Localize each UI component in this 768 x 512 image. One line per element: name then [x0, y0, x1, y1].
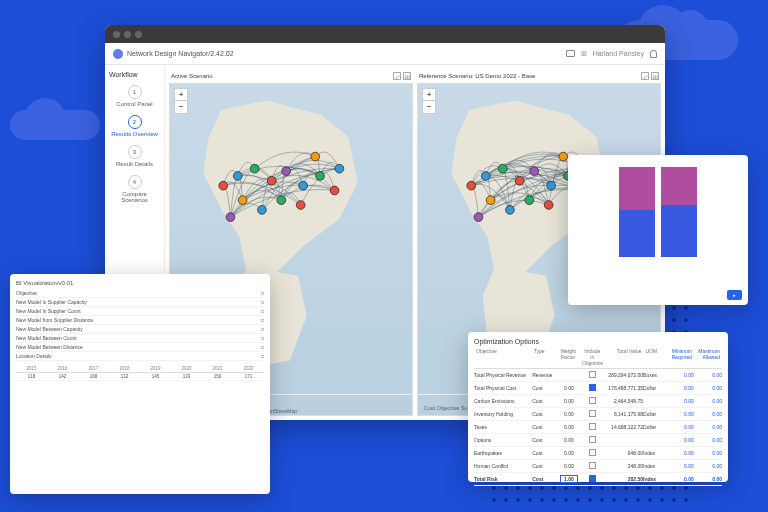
user-name[interactable]: Harland Pansley [593, 50, 644, 57]
svg-point-17 [498, 164, 507, 173]
svg-point-4 [282, 167, 291, 176]
titlebar [105, 25, 665, 43]
chart-panel: ▸ [568, 155, 748, 305]
opt-row: EarthquakesCost0.00648.00Index0.000.00 [474, 447, 722, 460]
opt-header-row: Objective Type Weight Factor Include in … [474, 348, 722, 369]
app-header: Network Design Navigator/2.42.02 ⊞ Harla… [105, 43, 665, 65]
include-checkbox[interactable] [589, 475, 596, 482]
svg-point-16 [481, 172, 490, 181]
sidebar-title: Workflow [109, 71, 160, 78]
svg-point-8 [238, 196, 247, 205]
window-dot[interactable] [113, 31, 120, 38]
bi-panel: BI Visualization/v0.01 Objective□New Mod… [10, 274, 270, 494]
svg-point-27 [474, 213, 483, 222]
stacked-bar-chart [613, 167, 703, 257]
svg-point-28 [559, 152, 568, 161]
include-checkbox[interactable] [589, 410, 596, 417]
svg-point-23 [486, 196, 495, 205]
bi-list-item[interactable]: Location Details□ [16, 352, 264, 361]
svg-point-11 [296, 201, 305, 210]
grid-icon[interactable]: ⊞ [581, 50, 587, 58]
opt-row: Human ConflictCost0.00248.00Index0.000.0… [474, 460, 722, 473]
opt-row: TaxesCost0.0014,688,122.72Dollar0.000.00 [474, 421, 722, 434]
svg-point-2 [250, 164, 259, 173]
app-logo-icon [113, 49, 123, 59]
opt-row: Total Physical RevenueRevenue289,294,672… [474, 369, 722, 382]
zoom-control: + − [174, 88, 188, 114]
include-checkbox[interactable] [589, 384, 596, 391]
include-checkbox[interactable] [589, 436, 596, 443]
sidebar-item-control-panel[interactable]: 1Control Panel [109, 82, 160, 110]
opt-row: Total RiskCost1.00282.50Index0.000.00 [474, 473, 722, 486]
window-dot[interactable] [135, 31, 142, 38]
bi-list-item[interactable]: Objective□ [16, 289, 264, 298]
include-checkbox[interactable] [589, 397, 596, 404]
map-title-right: Reference Scenario: US Demo 2022 - Base [419, 73, 535, 79]
bi-list-item[interactable]: New Model Between Count□ [16, 334, 264, 343]
svg-point-9 [258, 205, 267, 214]
svg-point-3 [267, 176, 276, 185]
opt-row: Inventory HoldingCost0.008,141,175.98Dol… [474, 408, 722, 421]
grid-icon[interactable]: ⊞ [403, 72, 411, 80]
map-title-left: Active Scenario [171, 73, 213, 79]
svg-point-10 [277, 196, 286, 205]
svg-point-24 [506, 205, 515, 214]
sidebar-item-result-details[interactable]: 3Result Details [109, 142, 160, 170]
svg-point-13 [311, 152, 320, 161]
opt-row: Carbon EmissionsCost0.002,464,548.750.00… [474, 395, 722, 408]
opt-row: Total Physical CostCost0.00178,488,771.3… [474, 382, 722, 395]
svg-point-26 [544, 201, 553, 210]
expand-icon[interactable]: ⤢ [641, 72, 649, 80]
svg-point-19 [530, 167, 539, 176]
sidebar-item-results-overview[interactable]: 2Results Overview [109, 112, 160, 140]
svg-point-15 [467, 181, 476, 190]
zoom-in-button[interactable]: + [423, 89, 435, 101]
grid-icon[interactable]: ⊞ [651, 72, 659, 80]
bi-list-item[interactable]: New Model Is Supplier Capacity□ [16, 298, 264, 307]
opt-row: OptionsCost0.000.000.00 [474, 434, 722, 447]
svg-point-20 [547, 181, 556, 190]
bi-list-item[interactable]: New Model from Supplier Distance□ [16, 316, 264, 325]
svg-point-6 [316, 172, 325, 181]
svg-point-1 [233, 172, 242, 181]
include-checkbox[interactable] [589, 423, 596, 430]
bell-icon[interactable] [650, 50, 657, 58]
sidebar-item-compare-scenarios[interactable]: 4Compare Scenarios [109, 172, 160, 206]
svg-point-12 [226, 213, 235, 222]
svg-point-5 [299, 181, 308, 190]
svg-point-18 [515, 176, 524, 185]
app-title: Network Design Navigator/2.42.02 [127, 50, 234, 57]
zoom-control: + − [422, 88, 436, 114]
optimization-panel: Optimization Options Objective Type Weig… [468, 332, 728, 482]
include-checkbox[interactable] [589, 371, 596, 378]
chart-action-button[interactable]: ▸ [727, 290, 742, 300]
include-checkbox[interactable] [589, 462, 596, 469]
window-dot[interactable] [124, 31, 131, 38]
expand-icon[interactable]: ⤢ [393, 72, 401, 80]
svg-point-7 [330, 186, 339, 195]
svg-point-25 [525, 196, 534, 205]
zoom-in-button[interactable]: + [175, 89, 187, 101]
svg-point-0 [219, 181, 228, 190]
svg-point-14 [335, 164, 344, 173]
zoom-out-button[interactable]: − [423, 101, 435, 113]
zoom-out-button[interactable]: − [175, 101, 187, 113]
camera-icon[interactable] [566, 50, 575, 57]
bi-list-item[interactable]: New Model Is Supplier Count□ [16, 307, 264, 316]
bi-list-item[interactable]: New Model Between Capacity□ [16, 325, 264, 334]
bi-title: BI Visualization/v0.01 [16, 280, 264, 286]
opt-title: Optimization Options [474, 338, 722, 345]
include-checkbox[interactable] [589, 449, 596, 456]
bi-list-item[interactable]: New Model Between Distance□ [16, 343, 264, 352]
